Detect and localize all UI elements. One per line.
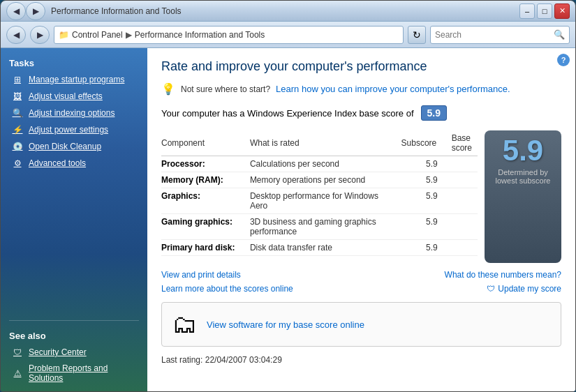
cell-what-rated: Desktop performance for Windows Aero (250, 188, 401, 214)
adjust-indexing-icon: 🔍 (12, 107, 23, 119)
search-input[interactable] (435, 30, 551, 40)
software-icon: 🗂 (172, 310, 197, 339)
big-score-number: 5.9 (490, 136, 556, 165)
hint-row: 💡 Not sure where to start? Learn how you… (161, 82, 561, 96)
sidebar: Tasks ⊞ Manage startup programs 🖼 Adjust… (1, 48, 147, 391)
breadcrumb-separator: ▶ (126, 30, 132, 40)
refresh-icon: ↻ (413, 29, 421, 40)
table-row: Primary hard disk:Disk data transfer rat… (161, 240, 478, 256)
big-score-label: Determined bylowest subscore (490, 168, 556, 185)
sidebar-item-problem-reports[interactable]: ⚠ Problem Reports and Solutions (1, 361, 147, 386)
manage-startup-icon: ⊞ (12, 74, 23, 85)
base-score-badge: 5.9 (421, 105, 447, 121)
title-bar: ◀ ▶ Performance Information and Tools – … (1, 1, 575, 22)
view-print-link[interactable]: View and print details (161, 270, 241, 280)
cell-what-rated: 3D business and gaming graphics performa… (250, 214, 401, 240)
cell-base-score (452, 214, 478, 240)
table-row: Graphics:Desktop performance for Windows… (161, 188, 478, 214)
col-subscore: Subscore (401, 130, 452, 156)
see-also-label: See also (1, 326, 147, 344)
sidebar-item-label: Adjust power settings (29, 125, 108, 135)
problem-reports-icon: ⚠ (12, 368, 23, 379)
sidebar-item-label: Open Disk Cleanup (29, 142, 101, 151)
nav-back-button[interactable]: ◀ (6, 26, 26, 44)
sidebar-divider (9, 320, 139, 321)
col-what-rated: What is rated (250, 130, 401, 156)
adjust-visual-icon: 🖼 (12, 91, 23, 102)
maximize-button[interactable]: □ (537, 3, 552, 19)
cell-subscore: 5.9 (401, 188, 452, 214)
software-banner: 🗂 View software for my base score online (161, 302, 561, 347)
refresh-button[interactable]: ↻ (408, 26, 426, 44)
minimize-button[interactable]: – (519, 3, 535, 19)
sidebar-item-label: Security Center (29, 347, 87, 357)
breadcrumb: 📁 Control Panel ▶ Performance Informatio… (54, 26, 404, 44)
sidebar-item-label: Manage startup programs (29, 75, 124, 84)
cell-subscore: 5.9 (401, 172, 452, 188)
search-icon: 🔍 (554, 29, 565, 40)
back-icon: ◀ (13, 30, 20, 40)
cell-base-score (452, 188, 478, 214)
nav-forward-button[interactable]: ▶ (30, 26, 50, 44)
col-component: Component (161, 130, 250, 156)
sidebar-item-advanced-tools[interactable]: ⚙ Advanced tools (1, 155, 147, 172)
window-title: Performance Information and Tools (45, 6, 519, 16)
search-bar[interactable]: 🔍 (430, 26, 570, 44)
cell-base-score (452, 240, 478, 256)
sidebar-item-open-disk[interactable]: 💿 Open Disk Cleanup (1, 138, 147, 155)
col-base-score: Base score (452, 130, 478, 156)
big-score-box: 5.9 Determined bylowest subscore (485, 130, 561, 263)
advanced-tools-icon: ⚙ (12, 158, 23, 169)
cell-base-score (452, 156, 478, 172)
sidebar-item-label: Problem Reports and Solutions (29, 363, 140, 383)
what-mean-link[interactable]: What do these numbers mean? (445, 270, 561, 280)
update-score-link[interactable]: Update my score (498, 284, 561, 294)
breadcrumb-current: Performance Information and Tools (135, 30, 265, 40)
tasks-label: Tasks (1, 54, 147, 71)
cell-component: Memory (RAM): (161, 172, 250, 188)
cell-what-rated: Disk data transfer rate (250, 240, 401, 256)
security-center-icon: 🛡 (12, 347, 23, 358)
learn-more-link[interactable]: Learn more about the scores online (161, 284, 293, 294)
cell-subscore: 5.9 (401, 156, 452, 172)
table-wrapper: Component What is rated Subscore Base sc… (161, 130, 561, 263)
content-area: ? Rate and improve your computer's perfo… (147, 48, 575, 391)
table-row: Gaming graphics:3D business and gaming g… (161, 214, 478, 240)
open-disk-icon: 💿 (12, 141, 23, 152)
sidebar-item-security-center[interactable]: 🛡 Security Center (1, 344, 147, 361)
hint-icon: 💡 (161, 82, 175, 96)
hint-link[interactable]: Learn how you can improve your computer'… (276, 84, 510, 94)
score-prefix: Your computer has a Windows Experience I… (161, 108, 414, 119)
sidebar-item-adjust-power[interactable]: ⚡ Adjust power settings (1, 121, 147, 138)
adjust-power-icon: ⚡ (12, 124, 23, 135)
links-row-1: View and print details What do these num… (161, 270, 561, 280)
cell-base-score (452, 172, 478, 188)
close-button[interactable]: ✕ (554, 3, 570, 19)
update-shield-icon: 🛡 (487, 284, 495, 294)
hint-text: Not sure where to start? (181, 84, 270, 94)
cell-subscore: 5.9 (401, 240, 452, 256)
main-window: ◀ ▶ Performance Information and Tools – … (0, 0, 576, 392)
score-row: Your computer has a Windows Experience I… (161, 105, 561, 121)
back-button[interactable]: ◀ (6, 2, 26, 20)
forward-button[interactable]: ▶ (26, 2, 45, 20)
sidebar-item-manage-startup[interactable]: ⊞ Manage startup programs (1, 71, 147, 88)
last-rating: Last rating: 22/04/2007 03:04:29 (161, 355, 561, 365)
nav-bar: ◀ ▶ 📁 Control Panel ▶ Performance Inform… (1, 22, 575, 48)
forward-icon: ▶ (37, 30, 43, 40)
links-row-2: Learn more about the scores online 🛡 Upd… (161, 284, 561, 294)
software-link[interactable]: View software for my base score online (207, 319, 364, 330)
sidebar-item-adjust-visual[interactable]: 🖼 Adjust visual effects (1, 88, 147, 105)
sidebar-item-label: Adjust visual effects (29, 91, 103, 101)
folder-icon: 📁 (59, 30, 69, 40)
sidebar-item-adjust-indexing[interactable]: 🔍 Adjust indexing options (1, 105, 147, 121)
cell-subscore: 5.9 (401, 214, 452, 240)
help-button[interactable]: ? (557, 54, 570, 66)
cell-component: Graphics: (161, 188, 250, 214)
cell-component: Processor: (161, 156, 250, 172)
table-left: Component What is rated Subscore Base sc… (161, 130, 478, 263)
table-row: Memory (RAM):Memory operations per secon… (161, 172, 478, 188)
breadcrumb-root[interactable]: Control Panel (72, 30, 123, 40)
update-score-button[interactable]: 🛡 Update my score (487, 284, 561, 294)
sidebar-item-label: Advanced tools (29, 158, 86, 168)
